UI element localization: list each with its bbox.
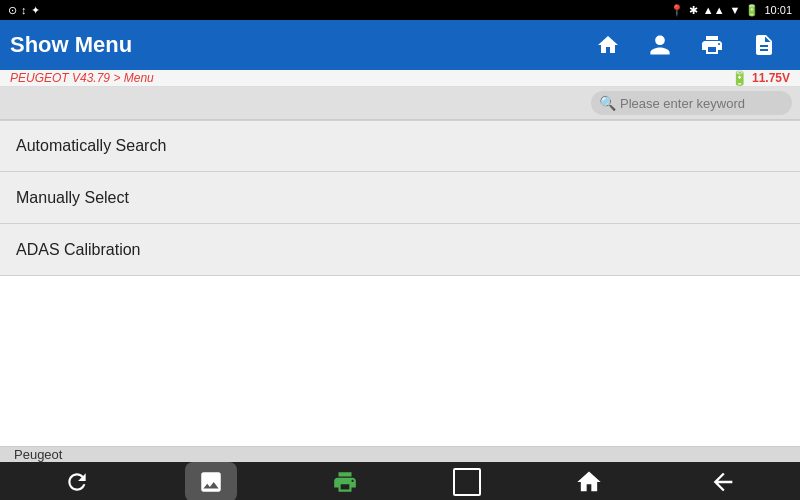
status-right-icons: 📍 ✱ ▲▲ ▼ 🔋 10:01 (670, 4, 792, 17)
battery-icon-status: 🔋 (745, 4, 759, 17)
page-title: Show Menu (10, 32, 572, 58)
menu-item-adas-calibration[interactable]: ADAS Calibration (0, 224, 800, 276)
clock: 10:01 (764, 4, 792, 16)
footer-label: Peugeot (0, 446, 800, 462)
menu-list: Automatically Search Manually Select ADA… (0, 120, 800, 276)
location-icon: 📍 (670, 4, 684, 17)
search-icon: 🔍 (599, 95, 616, 111)
voltage-value: 11.75V (752, 71, 790, 85)
breadcrumb-bar: PEUGEOT V43.79 > Menu 🔋 11.75V (0, 70, 800, 87)
image-button[interactable] (185, 462, 237, 500)
status-icon-1: ⊙ (8, 4, 17, 17)
search-input[interactable] (620, 96, 780, 111)
signal-icon: ▲▲ (703, 4, 725, 16)
status-icon-3: ✦ (31, 4, 40, 17)
back-button[interactable] (697, 462, 749, 500)
battery-warning-icon: 🔋 (731, 70, 748, 86)
status-left-icons: ⊙ ↕ ✦ (8, 4, 40, 17)
menu-item-manually-select[interactable]: Manually Select (0, 172, 800, 224)
file-button[interactable] (738, 20, 790, 70)
bluetooth-icon: ✱ (689, 4, 698, 17)
search-wrapper[interactable]: 🔍 (591, 91, 792, 115)
breadcrumb: PEUGEOT V43.79 > Menu (10, 71, 154, 85)
search-bar: 🔍 (0, 87, 800, 120)
print-button[interactable] (686, 20, 738, 70)
menu-item-auto-search[interactable]: Automatically Search (0, 120, 800, 172)
battery-voltage: 🔋 11.75V (731, 70, 790, 86)
app-header: Show Menu (0, 20, 800, 70)
user-button[interactable] (634, 20, 686, 70)
status-bar: ⊙ ↕ ✦ 📍 ✱ ▲▲ ▼ 🔋 10:01 (0, 0, 800, 20)
home-nav-button[interactable] (563, 462, 615, 500)
content-area (0, 276, 800, 446)
home-button[interactable] (582, 20, 634, 70)
wifi-icon: ▼ (730, 4, 741, 16)
refresh-button[interactable] (51, 462, 103, 500)
header-icon-group (582, 20, 790, 70)
bottom-nav (0, 462, 800, 500)
print-green-button[interactable] (319, 462, 371, 500)
status-icon-2: ↕ (21, 4, 27, 16)
square-button[interactable] (453, 468, 481, 496)
